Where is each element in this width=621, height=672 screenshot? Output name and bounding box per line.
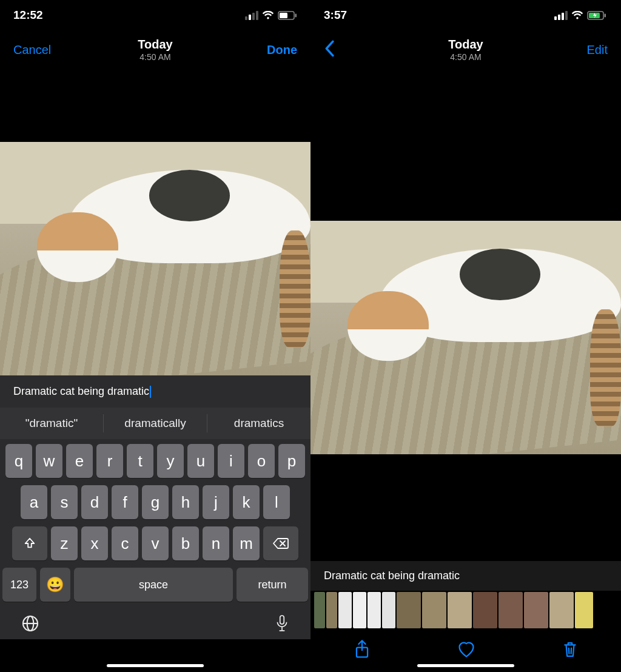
nav-title: Today [378, 38, 553, 52]
thumbnail[interactable] [382, 592, 395, 628]
svg-rect-1 [280, 13, 287, 18]
key-d[interactable]: d [81, 485, 108, 519]
prediction-2[interactable]: dramatically [104, 414, 207, 432]
key-i[interactable]: i [218, 444, 244, 478]
key-h[interactable]: h [172, 485, 199, 519]
svg-line-15 [569, 648, 569, 654]
battery-charging-icon [587, 11, 608, 20]
shift-key[interactable] [12, 526, 47, 560]
thumbnail-scrubber[interactable] [310, 591, 621, 630]
key-r[interactable]: r [96, 444, 123, 478]
svg-line-16 [571, 648, 572, 654]
backspace-key[interactable] [263, 526, 298, 560]
status-icons [245, 11, 297, 20]
thumbnail[interactable] [448, 592, 472, 628]
key-f[interactable]: f [112, 485, 138, 519]
thumbnail[interactable] [524, 592, 548, 628]
text-cursor [150, 386, 151, 398]
done-button[interactable]: Done [267, 43, 297, 56]
photo-viewer[interactable] [310, 69, 621, 561]
key-o[interactable]: o [248, 444, 275, 478]
key-n[interactable]: n [203, 526, 229, 560]
photo-content [310, 221, 621, 454]
status-icons [554, 11, 608, 20]
share-button[interactable] [354, 639, 371, 662]
photo-content [0, 142, 310, 375]
photo-viewer[interactable] [0, 69, 310, 375]
nav-bar: Today 4:50 AM Edit [310, 30, 621, 69]
nav-subtitle: 4:50 AM [68, 52, 243, 62]
right-screenshot: 3:57 Today 4:50 AM Edit [310, 0, 621, 672]
thumbnail[interactable] [575, 592, 593, 628]
key-j[interactable]: j [203, 485, 229, 519]
globe-icon[interactable] [21, 614, 40, 636]
key-t[interactable]: t [127, 444, 153, 478]
home-indicator[interactable] [417, 664, 514, 667]
key-x[interactable]: x [81, 526, 108, 560]
key-e[interactable]: e [66, 444, 93, 478]
dictation-icon[interactable] [274, 614, 290, 636]
status-time: 3:57 [324, 8, 347, 22]
space-key[interactable]: space [74, 568, 233, 602]
key-l[interactable]: l [263, 485, 290, 519]
key-u[interactable]: u [187, 444, 214, 478]
thumbnail[interactable] [549, 592, 574, 628]
key-y[interactable]: y [157, 444, 184, 478]
left-screenshot: 12:52 Cancel Today 4:50 AM Done [0, 0, 310, 672]
thumbnail[interactable] [314, 592, 325, 628]
key-p[interactable]: p [278, 444, 305, 478]
back-button[interactable] [324, 49, 335, 59]
caption-label[interactable]: Dramatic cat being dramatic [310, 561, 621, 591]
key-g[interactable]: g [142, 485, 169, 519]
thumbnail[interactable] [422, 592, 446, 628]
status-bar: 12:52 [0, 0, 310, 30]
key-v[interactable]: v [142, 526, 169, 560]
thumbnail[interactable] [353, 592, 366, 628]
emoji-key[interactable]: 😀 [40, 568, 70, 602]
prediction-3[interactable]: dramatics [207, 414, 310, 432]
thumbnail[interactable] [498, 592, 523, 628]
nav-subtitle: 4:50 AM [378, 52, 553, 62]
key-b[interactable]: b [172, 526, 199, 560]
thumbnail[interactable] [326, 592, 337, 628]
cancel-button[interactable]: Cancel [13, 43, 51, 56]
key-z[interactable]: z [51, 526, 78, 560]
key-c[interactable]: c [112, 526, 138, 560]
thumbnail[interactable] [368, 592, 381, 628]
numbers-key[interactable]: 123 [2, 568, 36, 602]
favorite-button[interactable] [457, 640, 476, 661]
keyboard: qwertyuiop asdfghjkl zxcvbnm 123 😀 space… [0, 439, 310, 639]
home-indicator[interactable] [107, 664, 204, 667]
key-q[interactable]: q [5, 444, 32, 478]
caption-text: Dramatic cat being dramatic [13, 385, 149, 397]
status-bar: 3:57 [310, 0, 621, 30]
wifi-icon [571, 11, 583, 20]
thumbnail[interactable] [338, 592, 352, 628]
key-m[interactable]: m [233, 526, 260, 560]
edit-button[interactable]: Edit [587, 43, 608, 56]
status-time: 12:52 [13, 8, 43, 22]
thumbnail[interactable] [397, 592, 421, 628]
return-key[interactable]: return [237, 568, 308, 602]
svg-rect-2 [295, 13, 297, 17]
key-w[interactable]: w [36, 444, 62, 478]
thumbnail[interactable] [473, 592, 497, 628]
cellular-icon [554, 11, 568, 20]
svg-rect-13 [605, 13, 606, 17]
battery-icon [278, 11, 297, 20]
key-k[interactable]: k [233, 485, 260, 519]
nav-title: Today [68, 38, 243, 52]
keyboard-predictions: "dramatic" dramatically dramatics [0, 408, 310, 439]
svg-rect-8 [280, 616, 284, 624]
wifi-icon [262, 11, 274, 20]
cellular-icon [245, 11, 258, 20]
prediction-1[interactable]: "dramatic" [0, 414, 104, 432]
caption-input[interactable]: Dramatic cat being dramatic [0, 375, 310, 408]
delete-button[interactable] [562, 640, 578, 662]
nav-bar: Cancel Today 4:50 AM Done [0, 30, 310, 69]
key-s[interactable]: s [51, 485, 78, 519]
key-a[interactable]: a [21, 485, 47, 519]
